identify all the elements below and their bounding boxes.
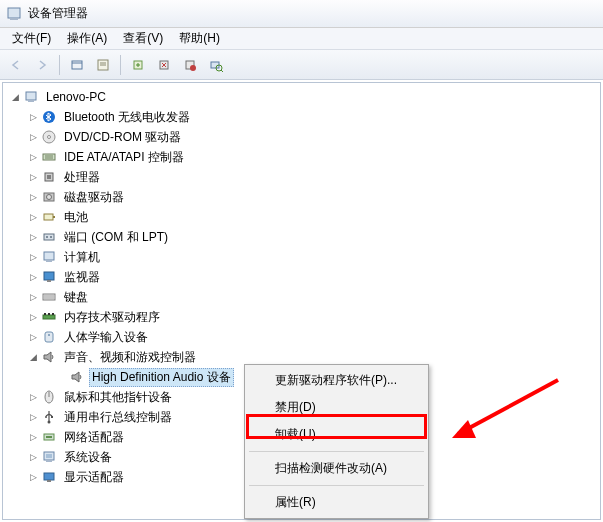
svg-rect-54 [44,473,54,480]
tree-node-label: 计算机 [61,248,103,267]
expand-icon[interactable]: ▷ [27,471,39,483]
svg-rect-23 [47,175,51,179]
expand-icon[interactable]: ▷ [27,131,39,143]
svg-rect-26 [44,214,53,220]
window-titlebar: 设备管理器 [0,0,603,28]
svg-rect-50 [46,436,52,438]
expand-icon[interactable]: ▷ [27,431,39,443]
tree-node-disk[interactable]: ▷磁盘驱动器 [3,187,600,207]
svg-rect-14 [26,92,36,100]
svg-rect-48 [51,416,53,418]
uninstall-button[interactable] [152,53,176,77]
update-driver-button[interactable] [126,53,150,77]
expand-icon[interactable]: ▷ [27,111,39,123]
collapse-icon[interactable]: ◢ [9,91,21,103]
app-icon [6,6,22,22]
ctx-separator [249,451,424,452]
svg-rect-32 [46,260,52,262]
tree-node-battery[interactable]: ▷电池 [3,207,600,227]
menu-file[interactable]: 文件(F) [4,28,59,49]
svg-rect-1 [10,18,18,20]
svg-rect-33 [44,272,54,280]
tree-root[interactable]: ◢Lenovo-PC [3,87,600,107]
tree-node-label: IDE ATA/ATAPI 控制器 [61,148,187,167]
usb-icon [41,409,57,425]
svg-point-43 [48,334,50,336]
properties-button[interactable] [91,53,115,77]
svg-line-13 [221,70,223,72]
tree-node-ports[interactable]: ▷端口 (COM 和 LPT) [3,227,600,247]
menu-view[interactable]: 查看(V) [115,28,171,49]
tree-node-label: 人体学输入设备 [61,328,151,347]
tree-node-label: 处理器 [61,168,103,187]
svg-rect-38 [43,315,55,319]
tree-node-hid[interactable]: ▷人体学输入设备 [3,327,600,347]
tree-node-monitor[interactable]: ▷监视器 [3,267,600,287]
expand-icon[interactable]: ▷ [27,191,39,203]
svg-rect-28 [44,234,54,240]
hdaudio-icon [69,369,85,385]
menu-help[interactable]: 帮助(H) [171,28,228,49]
svg-rect-35 [43,294,55,300]
toolbar-separator [120,55,121,75]
ctx-properties[interactable]: 属性(R) [247,489,426,516]
hid-icon [41,329,57,345]
tree-node-label: High Definition Audio 设备 [89,368,234,387]
forward-button [30,53,54,77]
network-icon [41,429,57,445]
tree-node-label: 通用串行总线控制器 [61,408,175,427]
tree-node-label: 电池 [61,208,91,227]
expand-icon[interactable]: ▷ [27,271,39,283]
svg-point-30 [50,236,52,238]
disable-button[interactable] [178,53,202,77]
ports-icon [41,229,57,245]
expand-icon[interactable]: ▷ [27,231,39,243]
expand-icon[interactable]: ▷ [27,171,39,183]
ctx-uninstall[interactable]: 卸载(U) [247,421,426,448]
toolbar [0,50,603,80]
expand-icon[interactable]: ◢ [27,351,39,363]
tree-root-label: Lenovo-PC [43,89,109,105]
tree-node-memtech[interactable]: ▷内存技术驱动程序 [3,307,600,327]
tree-node-label: 端口 (COM 和 LPT) [61,228,171,247]
ctx-update-driver[interactable]: 更新驱动程序软件(P)... [247,367,426,394]
show-hide-button[interactable] [65,53,89,77]
svg-point-18 [48,136,51,139]
tree-node-dvd[interactable]: ▷DVD/CD-ROM 驱动器 [3,127,600,147]
tree-node-label: DVD/CD-ROM 驱动器 [61,128,184,147]
tree-node-bluetooth[interactable]: ▷Bluetooth 无线电收发器 [3,107,600,127]
sound-icon [41,349,57,365]
tree-node-ide[interactable]: ▷IDE ATA/ATAPI 控制器 [3,147,600,167]
ctx-disable[interactable]: 禁用(D) [247,394,426,421]
computer-icon [41,249,57,265]
tree-node-label: 显示适配器 [61,468,127,487]
tree-node-keyboard[interactable]: ▷键盘 [3,287,600,307]
expand-icon[interactable]: ▷ [27,411,39,423]
expand-icon[interactable]: ▷ [27,151,39,163]
expand-icon[interactable]: ▷ [27,391,39,403]
ctx-scan-hardware[interactable]: 扫描检测硬件改动(A) [247,455,426,482]
tree-node-label: 系统设备 [61,448,115,467]
mouse-icon [41,389,57,405]
tree-node-computer[interactable]: ▷计算机 [3,247,600,267]
expand-icon[interactable]: ▷ [27,331,39,343]
tree-node-label: Bluetooth 无线电收发器 [61,108,193,127]
expand-icon[interactable]: ▷ [27,311,39,323]
tree-node-label: 键盘 [61,288,91,307]
svg-point-10 [190,65,196,71]
expand-icon[interactable]: ▷ [27,451,39,463]
tree-node-label: 声音、视频和游戏控制器 [61,348,199,367]
expand-icon[interactable]: ▷ [27,291,39,303]
keyboard-icon [41,289,57,305]
ide-icon [41,149,57,165]
scan-hardware-button[interactable] [204,53,228,77]
memtech-icon [41,309,57,325]
tree-node-cpu[interactable]: ▷处理器 [3,167,600,187]
ctx-separator [249,485,424,486]
disk-icon [41,189,57,205]
expand-icon[interactable]: ▷ [27,211,39,223]
menu-action[interactable]: 操作(A) [59,28,115,49]
display-icon [41,469,57,485]
computer-icon [23,89,39,105]
expand-icon[interactable]: ▷ [27,251,39,263]
